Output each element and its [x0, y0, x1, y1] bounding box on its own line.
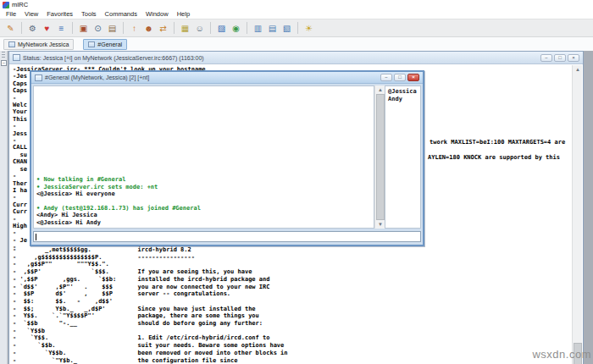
menu-view[interactable]: View [20, 10, 42, 18]
channel-window[interactable]: #General (MyNetwork, Jessica) [2] [+nt] … [30, 70, 424, 246]
scroll-up-icon[interactable]: ▲ [573, 65, 583, 74]
toolbar-separator [123, 22, 124, 34]
notify-list-icon[interactable]: ⊙ [91, 22, 104, 35]
channel-minimize-button[interactable]: − [380, 74, 392, 81]
status-tab-icon [8, 41, 15, 47]
channel-message: <@Jessica> Hi Andy [36, 219, 372, 226]
scripts-editor-icon[interactable]: ▨ [215, 22, 228, 35]
toolbar: ✎⚙♥≡▣⊙▤↑☻⇄▦☺▨◉▥▤▧☀ [0, 19, 593, 37]
channel-message: <@Jessica> Hi everyone [36, 190, 372, 197]
menu-window[interactable]: Window [141, 10, 173, 18]
status-close-button[interactable]: × [568, 54, 579, 62]
toolbar-separator [247, 22, 247, 34]
status-text-fragment-2: AYLEN=180 KNOCK are supported by this [428, 154, 560, 161]
connect-icon[interactable]: ✎ [4, 22, 17, 35]
user-list-icon[interactable]: ☺ [193, 22, 206, 35]
channel-message: <Andy> Hi Jessica [36, 212, 372, 218]
channel-scrollbar-thumb[interactable] [376, 94, 385, 220]
status-text-fragment-1: twork MAXLIST=beI:100 MAXTARGETS=4 are [430, 139, 565, 146]
status-window-title: Status: Jessica [+i] on MyNetwork (Jessi… [23, 55, 204, 61]
favorites-icon[interactable]: ♥ [41, 22, 53, 35]
channel-message: • JessicaServer.irc sets mode: +nt [36, 184, 372, 190]
tab--general[interactable]: #General [83, 39, 127, 50]
channels-list-icon[interactable]: ≡ [55, 22, 68, 35]
send-file-icon[interactable]: ↑ [128, 22, 141, 35]
menu-help[interactable]: Help [173, 10, 194, 18]
mirc-app-icon [3, 2, 9, 8]
nicklist-item[interactable]: Andy [388, 96, 420, 103]
window-titlebar[interactable]: mIRC [0, 0, 593, 9]
channel-window-titlebar[interactable]: #General (MyNetwork, Jessica) [2] [+nt] … [31, 72, 423, 84]
print-log-icon[interactable]: ▦ [179, 22, 191, 35]
url-list-icon[interactable]: ◉ [230, 22, 242, 35]
menu-bar: FileViewFavoritesToolsCommandsWindowHelp [0, 9, 593, 19]
file-transfers-icon[interactable]: ⇄ [157, 22, 169, 35]
address-book-icon[interactable]: ☻ [142, 22, 155, 35]
status-scrollbar[interactable]: ▲ ▼ [572, 65, 582, 364]
channel-message: • Now talking in #General [36, 176, 372, 183]
switchbar: MyNetwork Jessica#General [0, 37, 593, 51]
nicklist-item[interactable]: @Jessica [388, 88, 420, 96]
treebar-grip-icon [2, 52, 5, 58]
menu-favorites[interactable]: Favorites [42, 10, 77, 18]
status-window-icon [13, 54, 20, 61]
cascade-windows-icon[interactable]: ▧ [280, 22, 293, 35]
window-title: mIRC [12, 1, 28, 8]
motd-ascii-art: - _,met$$$$$gg. ircd-hybrid 8.2 - ,g$$$$… [13, 246, 288, 364]
status-window-titlebar[interactable]: Status: Jessica [+i] on MyNetwork (Jessi… [9, 52, 583, 64]
menu-commands[interactable]: Commands [101, 10, 141, 18]
fileserver-icon[interactable]: ▤ [106, 22, 119, 35]
channel-message-area[interactable]: • Now talking in #General• JessicaServer… [33, 85, 374, 229]
menu-tools[interactable]: Tools [77, 10, 101, 18]
channel-maximize-button[interactable]: □ [394, 74, 406, 81]
status-maximize-button[interactable]: □ [554, 54, 566, 62]
tab-label: MyNetwork Jessica [18, 41, 69, 47]
channel-tab-icon [88, 41, 95, 47]
channel-scrollbar[interactable]: ▲ ▼ [374, 85, 385, 229]
tile-horizontal-icon[interactable]: ▥ [252, 22, 264, 35]
mdi-area: − Status: Jessica [+i] on MyNetwork (Jes… [0, 51, 593, 364]
watermark-text: wsxdn.com [532, 348, 591, 361]
treebar[interactable]: − [0, 51, 8, 364]
tile-vertical-icon[interactable]: ▤ [266, 22, 279, 35]
toolbar-separator [21, 22, 22, 34]
away-icon[interactable]: ☀ [302, 22, 315, 35]
channel-nicklist[interactable]: @JessicaAndy [385, 85, 421, 229]
channel-close-button[interactable]: × [407, 74, 419, 81]
channel-message: • Andy (test@192.168.1.73) has joined #G… [36, 205, 372, 212]
query-user-icon[interactable]: ▣ [77, 22, 90, 35]
channel-messages: • Now talking in #General• JessicaServer… [36, 176, 372, 226]
tree-collapse-icon[interactable]: − [1, 60, 7, 66]
toolbar-separator [297, 22, 298, 34]
toolbar-separator [72, 22, 73, 34]
mirc-application: mIRC FileViewFavoritesToolsCommandsWindo… [0, 0, 593, 364]
menu-file[interactable]: File [2, 10, 20, 18]
channel-window-icon [35, 74, 42, 81]
toolbar-separator [210, 22, 211, 34]
tab-mynetwork-jessica[interactable]: MyNetwork Jessica [3, 39, 74, 50]
text-caret [36, 234, 36, 240]
channel-window-title: #General (MyNetwork, Jessica) [2] [+nt] [45, 74, 149, 80]
status-minimize-button[interactable]: − [540, 54, 552, 62]
options-icon[interactable]: ⚙ [26, 22, 39, 35]
toolbar-separator [174, 22, 175, 34]
channel-message [36, 197, 372, 204]
tab-label: #General [97, 41, 122, 47]
channel-input[interactable] [33, 231, 421, 242]
